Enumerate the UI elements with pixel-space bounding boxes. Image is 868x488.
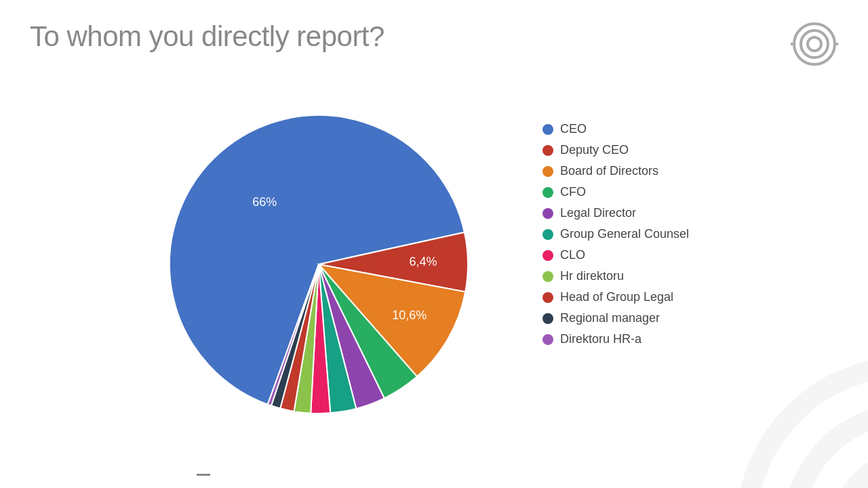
legend-item: Deputy CEO — [542, 143, 689, 157]
svg-text:10,6%: 10,6% — [392, 308, 427, 322]
legend-item: Board of Directors — [542, 164, 689, 178]
svg-point-1 — [801, 30, 828, 58]
legend-label: Board of Directors — [560, 164, 658, 178]
svg-text:6,4%: 6,4% — [409, 255, 437, 268]
legend-label: CEO — [560, 122, 587, 136]
legend-item: Direktoru HR-a — [542, 332, 689, 346]
legend-label: Head of Group Legal — [560, 290, 673, 304]
legend-label: Deputy CEO — [560, 143, 629, 157]
legend-dot — [542, 124, 553, 135]
legend-dot — [542, 250, 553, 261]
page-title: To whom you directly report? — [30, 20, 384, 53]
legend-label: CFO — [560, 185, 586, 199]
legend-dot — [542, 145, 553, 156]
legend-dot — [542, 313, 553, 324]
legend-label: Legal Director — [560, 206, 636, 220]
svg-point-10 — [841, 461, 868, 488]
decorative-circles — [719, 339, 868, 488]
legend-dot — [542, 271, 553, 282]
legend-item: Hr direktoru — [542, 269, 689, 283]
legend-dot — [542, 334, 553, 345]
legend-item: Head of Group Legal — [542, 290, 689, 304]
legend-item: CEO — [542, 122, 689, 136]
legend-label: Hr direktoru — [560, 269, 624, 283]
legend-dot — [542, 229, 553, 240]
legend-label: Direktoru HR-a — [560, 332, 642, 346]
legend-item: Group General Counsel — [542, 227, 689, 241]
legend-label: Group General Counsel — [560, 227, 689, 241]
legend-item: Regional manager — [542, 311, 689, 325]
svg-text:66%: 66% — [252, 195, 277, 209]
legend-dot — [542, 292, 553, 303]
pie-chart: 66%6,4%10,6% — [149, 95, 488, 434]
legend-label: CLO — [560, 248, 585, 262]
legend-dot — [542, 166, 553, 177]
chart-legend: CEODeputy CEOBoard of DirectorsCFOLegal … — [542, 122, 689, 346]
legend-item: Legal Director — [542, 206, 689, 220]
legend-dot — [542, 187, 553, 198]
slide-indicator — [197, 474, 210, 476]
svg-point-2 — [808, 37, 821, 51]
legend-item: CLO — [542, 248, 689, 262]
legend-item: CFO — [542, 185, 689, 199]
legend-dot — [542, 208, 553, 219]
logo-icon — [791, 20, 838, 68]
legend-label: Regional manager — [560, 311, 660, 325]
